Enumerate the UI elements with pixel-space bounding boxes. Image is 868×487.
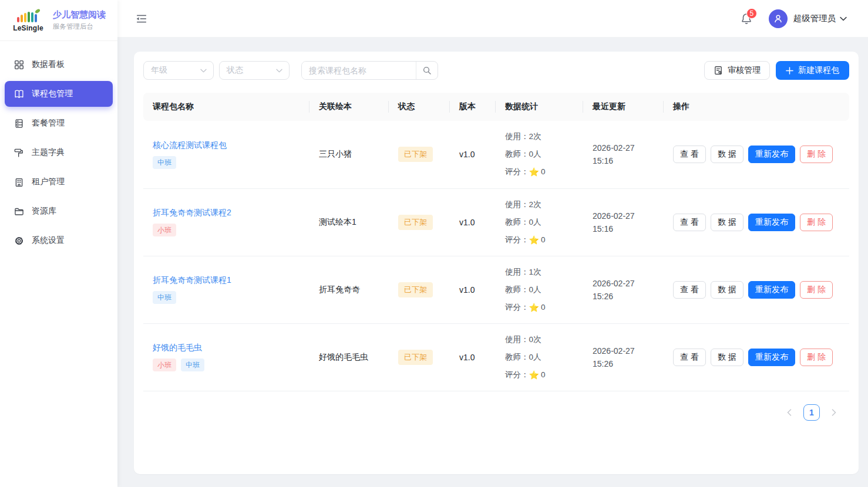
course-package-table: 课程包名称关联绘本状态版本数据统计最近更新操作 核心流程测试课程包 中班 三只小… — [143, 93, 849, 391]
logo-wordmark: LeSingle — [13, 24, 43, 32]
republish-button[interactable]: 重新发布 — [748, 349, 795, 366]
status-select[interactable]: 状态 — [219, 61, 290, 80]
page-number[interactable]: 1 — [803, 404, 820, 421]
usage-stat: 使用：2次 — [505, 128, 574, 146]
updated-date: 2026-02-27 — [593, 209, 654, 222]
chevron-down-icon[interactable] — [840, 16, 847, 21]
grade-tag: 中班 — [153, 291, 176, 304]
create-package-button[interactable]: 新建课程包 — [776, 61, 849, 80]
column-header: 操作 — [664, 93, 849, 121]
lesingle-logo-icon: LeSingle — [9, 8, 47, 32]
delete-button[interactable]: 删除 — [800, 349, 833, 366]
cell-stats: 使用：2次 教师：0人 评分：⭐0 — [496, 121, 583, 188]
data-button[interactable]: 数据 — [711, 214, 743, 231]
column-header: 状态 — [389, 93, 450, 121]
cell-stats: 使用：0次 教师：0人 评分：⭐0 — [496, 323, 583, 391]
current-user-name[interactable]: 超级管理员 — [793, 13, 836, 24]
audit-manage-button[interactable]: 审核管理 — [704, 61, 770, 80]
dashboard-icon — [14, 60, 24, 70]
teacher-stat: 教师：0人 — [505, 146, 574, 163]
column-header: 课程包名称 — [143, 93, 309, 121]
grade-select[interactable]: 年级 — [143, 61, 214, 80]
notification-bell-icon[interactable]: 5 — [741, 13, 752, 25]
rating-stat: 评分：⭐0 — [505, 299, 574, 316]
notification-badge: 5 — [746, 8, 758, 19]
status-badge: 已下架 — [398, 215, 433, 230]
view-button[interactable]: 查看 — [673, 349, 706, 366]
sidebar-item-1[interactable]: 课程包管理 — [5, 81, 113, 107]
cell-linked-book: 好饿的毛毛虫 — [309, 323, 389, 391]
sidebar-item-label: 套餐管理 — [32, 118, 65, 128]
sidebar-item-3[interactable]: 主题字典 — [5, 140, 113, 165]
cell-package-name: 折耳兔奇奇测试课程1 中班 — [143, 256, 309, 323]
delete-button[interactable]: 删除 — [800, 146, 833, 163]
cell-package-name: 核心流程测试课程包 中班 — [143, 121, 309, 188]
theme-dict-icon — [14, 148, 24, 158]
filter-bar: 年级 状态 — [143, 61, 849, 80]
app-subtitle: 服务管理后台 — [53, 22, 106, 31]
collapse-sidebar-icon[interactable] — [136, 13, 147, 24]
package-name-link[interactable]: 核心流程测试课程包 — [153, 140, 227, 151]
pagination: 1 — [143, 404, 849, 421]
teacher-stat: 教师：0人 — [505, 349, 574, 366]
next-page-icon[interactable] — [830, 409, 837, 416]
usage-stat: 使用：2次 — [505, 196, 574, 214]
table-row: 折耳兔奇奇测试课程2 小班 测试绘本1 已下架 v1.0 使用：2次 教师：0人… — [143, 188, 849, 256]
sidebar-item-2[interactable]: 套餐管理 — [5, 110, 113, 136]
sidebar-item-6[interactable]: 系统设置 — [5, 228, 113, 253]
delete-button[interactable]: 删除 — [800, 281, 833, 299]
cell-status: 已下架 — [389, 121, 450, 188]
tenant-icon — [14, 177, 24, 187]
updated-date: 2026-02-27 — [593, 344, 654, 357]
view-button[interactable]: 查看 — [673, 281, 706, 299]
sidebar-item-label: 资源库 — [32, 206, 56, 217]
updated-time: 15:16 — [593, 222, 654, 235]
sidebar-item-label: 系统设置 — [32, 235, 65, 246]
cell-actions: 查看数据重新发布删除 — [664, 256, 849, 323]
grade-tags: 小班 — [153, 224, 300, 236]
table-row: 好饿的毛毛虫 小班中班 好饿的毛毛虫 已下架 v1.0 使用：0次 教师：0人 … — [143, 323, 849, 391]
table-header-row: 课程包名称关联绘本状态版本数据统计最近更新操作 — [143, 93, 849, 121]
cell-actions: 查看数据重新发布删除 — [664, 121, 849, 188]
view-button[interactable]: 查看 — [673, 214, 706, 231]
course-package-card: 年级 状态 — [134, 52, 859, 474]
table-row: 核心流程测试课程包 中班 三只小猪 已下架 v1.0 使用：2次 教师：0人 评… — [143, 121, 849, 188]
star-icon: ⭐ — [529, 366, 539, 384]
rating-stat: 评分：⭐0 — [505, 163, 574, 181]
status-badge: 已下架 — [398, 147, 433, 162]
updated-time: 15:16 — [593, 154, 654, 167]
data-button[interactable]: 数据 — [711, 146, 743, 163]
sidebar-item-4[interactable]: 租户管理 — [5, 169, 113, 195]
avatar[interactable] — [769, 9, 788, 28]
cell-package-name: 折耳兔奇奇测试课程2 小班 — [143, 188, 309, 256]
cell-status: 已下架 — [389, 323, 450, 391]
sidebar-menu: 数据看板 课程包管理 套餐管理 主题字典 租户管理 资源库 系统设置 — [0, 41, 117, 253]
republish-button[interactable]: 重新发布 — [748, 146, 795, 163]
package-name-link[interactable]: 折耳兔奇奇测试课程2 — [153, 208, 231, 218]
grade-tags: 小班中班 — [153, 359, 300, 371]
star-icon: ⭐ — [529, 231, 539, 249]
view-button[interactable]: 查看 — [673, 146, 706, 163]
sidebar-item-label: 数据看板 — [32, 59, 65, 70]
data-button[interactable]: 数据 — [711, 349, 743, 366]
search-input[interactable] — [302, 62, 416, 79]
search-icon[interactable] — [416, 62, 438, 79]
updated-date: 2026-02-27 — [593, 141, 654, 154]
cell-updated: 2026-02-27 15:16 — [583, 121, 664, 188]
sidebar-item-0[interactable]: 数据看板 — [5, 52, 113, 77]
cell-updated: 2026-02-27 15:26 — [583, 256, 664, 323]
status-badge: 已下架 — [398, 282, 433, 297]
audit-doc-icon — [714, 66, 723, 75]
star-icon: ⭐ — [529, 299, 539, 316]
data-button[interactable]: 数据 — [711, 281, 743, 299]
package-name-link[interactable]: 好饿的毛毛虫 — [153, 343, 202, 353]
sidebar-item-5[interactable]: 资源库 — [5, 198, 113, 224]
prev-page-icon[interactable] — [786, 409, 793, 416]
republish-button[interactable]: 重新发布 — [748, 214, 795, 231]
republish-button[interactable]: 重新发布 — [748, 281, 795, 299]
package-name-link[interactable]: 折耳兔奇奇测试课程1 — [153, 275, 231, 286]
cell-stats: 使用：1次 教师：0人 评分：⭐0 — [496, 256, 583, 323]
delete-button[interactable]: 删除 — [800, 214, 833, 231]
cell-linked-book: 折耳兔奇奇 — [309, 256, 389, 323]
cell-stats: 使用：2次 教师：0人 评分：⭐0 — [496, 188, 583, 256]
